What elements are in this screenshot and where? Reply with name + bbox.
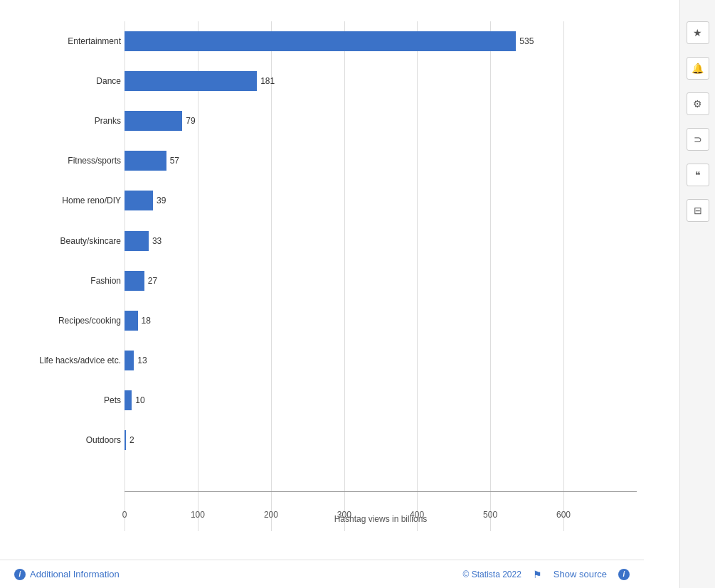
x-axis-title: Hashtag views in billions (125, 514, 637, 524)
bar-label: Fitness/sports (14, 156, 121, 166)
bar-fill: 535 (125, 31, 516, 51)
bar-label: Fashion (14, 276, 121, 286)
bar-row: Home reno/DIY39 (125, 181, 637, 220)
info-icon: i (14, 569, 26, 580)
show-source-link[interactable]: Show source (554, 569, 607, 579)
bar-fill: 57 (125, 151, 166, 171)
bar-row: Fashion27 (125, 261, 637, 301)
bar-value-label: 33 (152, 236, 161, 246)
bar-fill: 13 (125, 351, 134, 370)
bar-fill: 39 (125, 191, 153, 210)
bar-container: 18 (125, 311, 637, 331)
bar-container: 57 (125, 151, 637, 171)
bar-value-label: 13 (137, 356, 147, 365)
bar-fill: 27 (125, 271, 144, 291)
bar-container: 535 (125, 31, 637, 51)
print-icon[interactable]: ⊟ (687, 199, 709, 222)
bar-value-label: 57 (170, 156, 179, 166)
bar-fill: 181 (125, 71, 257, 91)
bar-value-label: 18 (142, 316, 151, 326)
bar-label: Recipes/cooking (14, 316, 121, 326)
additional-info-label: Additional Information (30, 569, 120, 579)
additional-info-link[interactable]: i Additional Information (14, 569, 120, 580)
bar-value-label: 181 (260, 76, 275, 86)
bar-container: 10 (125, 390, 637, 410)
bell-icon[interactable]: 🔔 (687, 57, 709, 80)
bars-section: Entertainment535Dance181Pranks79Fitness/… (14, 14, 665, 460)
bar-value-label: 10 (135, 395, 144, 405)
quote-icon[interactable]: ❝ (687, 164, 709, 186)
bar-label: Entertainment (14, 36, 121, 46)
bar-label: Home reno/DIY (14, 196, 121, 205)
bar-container: 2 (125, 430, 637, 450)
bar-label: Life hacks/advice etc. (14, 356, 121, 365)
star-icon[interactable]: ★ (687, 21, 709, 44)
x-axis-line (125, 491, 637, 492)
bar-label: Pranks (14, 116, 121, 126)
bar-row: Pranks79 (125, 101, 637, 141)
bar-fill: 10 (125, 390, 132, 410)
bar-container: 39 (125, 191, 637, 210)
bar-row: Outdoors2 (125, 420, 637, 460)
share-icon[interactable]: ⊃ (687, 128, 709, 151)
chart-area: Entertainment535Dance181Pranks79Fitness/… (0, 0, 679, 588)
bar-value-label: 535 (519, 36, 534, 46)
bar-row: Recipes/cooking18 (125, 301, 637, 341)
bar-label: Outdoors (14, 435, 121, 445)
bar-value-label: 27 (148, 276, 157, 286)
bar-label: Beauty/skincare (14, 236, 121, 246)
bar-fill: 2 (125, 430, 126, 450)
bar-row: Pets10 (125, 380, 637, 420)
flag-icon: ⚑ (533, 569, 542, 580)
footer-right: © Statista 2022 ⚑ Show source i (463, 569, 630, 580)
chart-footer: i Additional Information © Statista 2022… (0, 560, 644, 588)
bar-row: Entertainment535 (125, 21, 637, 61)
bar-row: Life hacks/advice etc.13 (125, 341, 637, 380)
chart-wrapper: Entertainment535Dance181Pranks79Fitness/… (14, 14, 665, 531)
bar-container: 27 (125, 271, 637, 291)
statista-credit: © Statista 2022 (463, 570, 521, 579)
bar-label: Dance (14, 76, 121, 86)
sidebar: ★🔔⚙⊃❝⊟ (679, 0, 715, 588)
bar-row: Dance181 (125, 61, 637, 101)
bar-value-label: 79 (186, 116, 195, 126)
bar-fill: 18 (125, 311, 138, 331)
bar-fill: 33 (125, 231, 149, 251)
bar-container: 13 (125, 351, 637, 370)
bar-container: 181 (125, 71, 637, 91)
bar-label: Pets (14, 395, 121, 405)
bar-row: Fitness/sports57 (125, 141, 637, 181)
bar-value-label: 39 (157, 196, 166, 205)
bar-value-label: 2 (129, 435, 134, 445)
source-info-icon: i (618, 569, 630, 580)
bar-fill: 79 (125, 111, 182, 131)
bar-row: Beauty/skincare33 (125, 220, 637, 260)
bar-container: 79 (125, 111, 637, 131)
bar-container: 33 (125, 231, 637, 251)
main-container: Entertainment535Dance181Pranks79Fitness/… (0, 0, 715, 588)
gear-icon[interactable]: ⚙ (687, 92, 709, 115)
